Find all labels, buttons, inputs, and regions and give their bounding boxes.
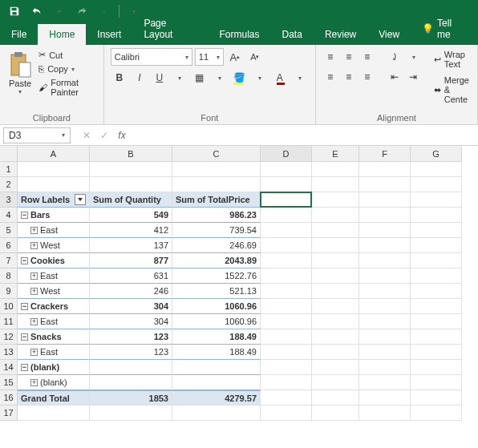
cell[interactable] [359, 238, 411, 253]
fill-color-dropdown[interactable]: ▾ [251, 69, 269, 87]
expand-collapse-button[interactable]: + [30, 288, 38, 295]
redo-icon[interactable] [72, 2, 91, 21]
increase-indent-icon[interactable]: ⇥ [405, 69, 421, 85]
cell[interactable]: 549 [90, 208, 172, 223]
cell[interactable]: 4279.57 [172, 390, 261, 406]
cell[interactable]: 246.69 [172, 238, 261, 253]
cell[interactable]: −(blank) [18, 360, 90, 375]
cell[interactable] [411, 406, 462, 421]
cell[interactable]: +East [18, 268, 90, 284]
cell[interactable] [261, 238, 312, 253]
cell[interactable]: 739.54 [172, 223, 261, 238]
fx-icon[interactable]: fx [114, 127, 130, 143]
cell[interactable]: 1060.96 [172, 299, 261, 314]
cell[interactable] [172, 375, 261, 390]
row-header-5[interactable]: 5 [0, 223, 18, 238]
cell[interactable] [411, 345, 462, 360]
tab-home[interactable]: Home [38, 24, 86, 45]
copy-button[interactable]: ⎘Copy▾ [37, 63, 97, 75]
select-all-corner[interactable] [0, 146, 18, 162]
cell[interactable] [90, 375, 172, 390]
save-icon[interactable] [5, 2, 24, 21]
cell[interactable] [261, 192, 312, 208]
row-header-17[interactable]: 17 [0, 406, 18, 421]
align-center-icon[interactable]: ≡ [341, 69, 357, 85]
cell[interactable] [312, 253, 359, 268]
cell[interactable] [312, 345, 359, 360]
cell[interactable] [261, 390, 312, 406]
cell[interactable] [261, 208, 312, 223]
cell[interactable] [411, 390, 462, 406]
cell[interactable] [411, 253, 462, 268]
expand-collapse-button[interactable]: − [21, 212, 28, 219]
row-header-1[interactable]: 1 [0, 162, 18, 177]
border-dropdown[interactable]: ▾ [211, 69, 229, 87]
row-header-3[interactable]: 3 [0, 192, 18, 208]
cell[interactable] [411, 375, 462, 390]
col-header-A[interactable]: A [18, 146, 90, 162]
cell[interactable] [312, 329, 359, 345]
row-header-7[interactable]: 7 [0, 253, 18, 268]
font-name-select[interactable]: Calibri▾ [111, 48, 192, 66]
cell[interactable] [261, 177, 312, 192]
cell[interactable] [411, 284, 462, 299]
row-header-14[interactable]: 14 [0, 360, 18, 375]
tab-view[interactable]: View [367, 24, 411, 45]
cell[interactable] [359, 314, 411, 329]
redo-dropdown[interactable]: ▾ [95, 2, 114, 21]
cell[interactable]: 2043.89 [172, 253, 261, 268]
merge-button[interactable]: ⬌Merge & Cente [432, 74, 471, 106]
expand-collapse-button[interactable]: + [30, 379, 38, 386]
col-header-D[interactable]: D [261, 146, 312, 162]
italic-button[interactable]: I [131, 69, 148, 87]
cell[interactable]: +East [18, 223, 90, 238]
cell[interactable] [359, 406, 411, 421]
row-header-9[interactable]: 9 [0, 284, 18, 299]
decrease-indent-icon[interactable]: ⇤ [387, 69, 403, 85]
cell[interactable]: 521.13 [172, 284, 261, 299]
cell[interactable] [411, 238, 462, 253]
increase-font-icon[interactable]: A▴ [226, 48, 244, 66]
cell[interactable] [411, 177, 462, 192]
expand-collapse-button[interactable]: − [21, 303, 28, 310]
cell[interactable]: 137 [90, 238, 172, 253]
tab-tellme[interactable]: 💡Tell me [411, 13, 478, 45]
cell[interactable] [411, 162, 462, 177]
bold-button[interactable]: B [111, 69, 128, 87]
expand-collapse-button[interactable]: + [30, 318, 38, 325]
cell[interactable]: Row Labels [18, 192, 90, 208]
cell[interactable] [359, 208, 411, 223]
cell[interactable]: 304 [90, 299, 172, 314]
align-bottom-icon[interactable]: ≡ [359, 49, 375, 65]
tab-data[interactable]: Data [271, 24, 314, 45]
cell[interactable] [411, 208, 462, 223]
tab-formulas[interactable]: Formulas [209, 24, 271, 45]
row-header-4[interactable]: 4 [0, 208, 18, 223]
cell[interactable] [359, 253, 411, 268]
paste-dropdown[interactable]: ▾ [18, 88, 22, 95]
cell[interactable]: −Snacks [18, 329, 90, 345]
cell[interactable]: +East [18, 345, 90, 360]
cell[interactable] [359, 162, 411, 177]
name-box[interactable]: D3▾ [3, 127, 71, 143]
align-right-icon[interactable]: ≡ [359, 69, 375, 85]
cell[interactable] [312, 223, 359, 238]
cell[interactable]: 188.49 [172, 345, 261, 360]
font-color-dropdown[interactable]: ▾ [291, 69, 309, 87]
cell[interactable] [312, 162, 359, 177]
cell[interactable] [312, 268, 359, 284]
cell[interactable]: 246 [90, 284, 172, 299]
expand-collapse-button[interactable]: − [21, 257, 28, 264]
cell[interactable] [90, 177, 172, 192]
undo-icon[interactable] [27, 2, 47, 21]
undo-dropdown[interactable]: ▾ [50, 2, 69, 21]
cell[interactable] [172, 406, 261, 421]
cell[interactable]: 1853 [90, 390, 172, 406]
font-size-select[interactable]: 11▾ [195, 48, 224, 66]
orientation-icon[interactable]: ⤸ [387, 49, 403, 65]
row-header-12[interactable]: 12 [0, 329, 18, 345]
cell[interactable] [411, 360, 462, 375]
cell[interactable]: 631 [90, 268, 172, 284]
cell[interactable]: 304 [90, 314, 172, 329]
cell[interactable] [261, 406, 312, 421]
